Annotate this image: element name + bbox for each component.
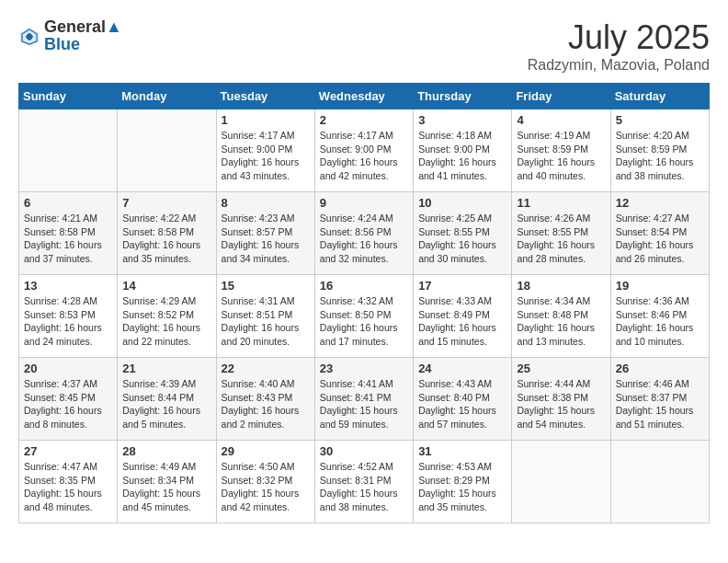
calendar-cell: 16Sunrise: 4:32 AM Sunset: 8:50 PM Dayli…: [314, 275, 413, 358]
calendar-cell: 29Sunrise: 4:50 AM Sunset: 8:32 PM Dayli…: [216, 441, 314, 523]
day-info: Sunrise: 4:36 AM Sunset: 8:46 PM Dayligh…: [616, 294, 704, 349]
month-year: July 2025: [528, 18, 710, 57]
day-number: 2: [320, 113, 408, 127]
day-number: 26: [616, 362, 704, 375]
calendar-cell: 18Sunrise: 4:34 AM Sunset: 8:48 PM Dayli…: [512, 275, 610, 358]
calendar-cell: [118, 109, 216, 192]
calendar-week-2: 6Sunrise: 4:21 AM Sunset: 8:58 PM Daylig…: [19, 192, 710, 275]
day-number: 18: [517, 279, 605, 293]
calendar-cell: 27Sunrise: 4:47 AM Sunset: 8:35 PM Dayli…: [19, 441, 118, 523]
day-number: 24: [418, 362, 506, 375]
calendar-cell: [610, 441, 709, 523]
calendar-cell: 22Sunrise: 4:40 AM Sunset: 8:43 PM Dayli…: [216, 358, 314, 441]
calendar-cell: 4Sunrise: 4:19 AM Sunset: 8:59 PM Daylig…: [512, 109, 610, 192]
day-number: 9: [320, 196, 408, 210]
logo: General▲ Blue: [18, 18, 122, 54]
page-header: General▲ Blue July 2025 Radzymin, Mazovi…: [18, 18, 710, 74]
header-wednesday: Wednesday: [314, 84, 413, 109]
calendar-cell: 9Sunrise: 4:24 AM Sunset: 8:56 PM Daylig…: [314, 192, 413, 275]
calendar-table: SundayMondayTuesdayWednesdayThursdayFrid…: [18, 83, 710, 523]
calendar-cell: 15Sunrise: 4:31 AM Sunset: 8:51 PM Dayli…: [216, 275, 314, 358]
day-info: Sunrise: 4:33 AM Sunset: 8:49 PM Dayligh…: [418, 294, 506, 349]
day-info: Sunrise: 4:47 AM Sunset: 8:35 PM Dayligh…: [24, 460, 112, 514]
calendar-cell: 8Sunrise: 4:23 AM Sunset: 8:57 PM Daylig…: [216, 192, 314, 275]
day-number: 21: [122, 362, 210, 375]
day-number: 27: [24, 444, 112, 458]
day-info: Sunrise: 4:26 AM Sunset: 8:55 PM Dayligh…: [517, 212, 605, 266]
day-number: 25: [517, 362, 605, 375]
day-number: 23: [320, 362, 408, 375]
location: Radzymin, Mazovia, Poland: [528, 57, 710, 74]
calendar-week-4: 20Sunrise: 4:37 AM Sunset: 8:45 PM Dayli…: [19, 358, 710, 441]
day-info: Sunrise: 4:29 AM Sunset: 8:52 PM Dayligh…: [122, 294, 210, 349]
day-number: 22: [222, 362, 310, 375]
day-number: 10: [418, 196, 506, 210]
calendar-cell: 1Sunrise: 4:17 AM Sunset: 9:00 PM Daylig…: [216, 109, 314, 192]
day-info: Sunrise: 4:22 AM Sunset: 8:58 PM Dayligh…: [122, 212, 210, 266]
day-info: Sunrise: 4:21 AM Sunset: 8:58 PM Dayligh…: [24, 212, 112, 266]
header-sunday: Sunday: [19, 84, 118, 109]
day-number: 16: [320, 279, 408, 293]
calendar-cell: 3Sunrise: 4:18 AM Sunset: 9:00 PM Daylig…: [414, 109, 512, 192]
logo-text: General▲ Blue: [44, 18, 122, 54]
header-friday: Friday: [512, 84, 610, 109]
day-number: 11: [517, 196, 605, 210]
calendar-cell: 20Sunrise: 4:37 AM Sunset: 8:45 PM Dayli…: [19, 358, 118, 441]
day-number: 29: [222, 444, 310, 458]
calendar-cell: 14Sunrise: 4:29 AM Sunset: 8:52 PM Dayli…: [118, 275, 216, 358]
calendar-header-row: SundayMondayTuesdayWednesdayThursdayFrid…: [19, 84, 710, 109]
day-info: Sunrise: 4:17 AM Sunset: 9:00 PM Dayligh…: [222, 129, 310, 183]
calendar-cell: 28Sunrise: 4:49 AM Sunset: 8:34 PM Dayli…: [118, 441, 216, 523]
calendar-cell: 25Sunrise: 4:44 AM Sunset: 8:38 PM Dayli…: [512, 358, 610, 441]
calendar-cell: 21Sunrise: 4:39 AM Sunset: 8:44 PM Dayli…: [118, 358, 216, 441]
day-info: Sunrise: 4:44 AM Sunset: 8:38 PM Dayligh…: [517, 377, 605, 431]
day-info: Sunrise: 4:34 AM Sunset: 8:48 PM Dayligh…: [517, 294, 605, 349]
calendar-cell: 12Sunrise: 4:27 AM Sunset: 8:54 PM Dayli…: [610, 192, 709, 275]
header-thursday: Thursday: [414, 84, 512, 109]
day-info: Sunrise: 4:19 AM Sunset: 8:59 PM Dayligh…: [517, 129, 605, 183]
day-number: 4: [517, 113, 605, 127]
calendar-cell: 23Sunrise: 4:41 AM Sunset: 8:41 PM Dayli…: [314, 358, 413, 441]
calendar-cell: 11Sunrise: 4:26 AM Sunset: 8:55 PM Dayli…: [512, 192, 610, 275]
calendar-cell: 26Sunrise: 4:46 AM Sunset: 8:37 PM Dayli…: [610, 358, 709, 441]
day-info: Sunrise: 4:24 AM Sunset: 8:56 PM Dayligh…: [320, 212, 408, 266]
day-info: Sunrise: 4:43 AM Sunset: 8:40 PM Dayligh…: [418, 377, 506, 431]
day-info: Sunrise: 4:28 AM Sunset: 8:53 PM Dayligh…: [24, 294, 112, 349]
calendar-week-3: 13Sunrise: 4:28 AM Sunset: 8:53 PM Dayli…: [19, 275, 710, 358]
day-number: 7: [122, 196, 210, 210]
day-info: Sunrise: 4:37 AM Sunset: 8:45 PM Dayligh…: [24, 377, 112, 431]
calendar-cell: [512, 441, 610, 523]
day-number: 3: [418, 113, 506, 127]
day-number: 12: [616, 196, 704, 210]
calendar-week-1: 1Sunrise: 4:17 AM Sunset: 9:00 PM Daylig…: [19, 109, 710, 192]
day-info: Sunrise: 4:18 AM Sunset: 9:00 PM Dayligh…: [418, 129, 506, 183]
day-info: Sunrise: 4:17 AM Sunset: 9:00 PM Dayligh…: [320, 129, 408, 183]
logo-blue: Blue: [44, 35, 80, 53]
logo-general: General: [44, 17, 106, 36]
header-saturday: Saturday: [610, 84, 709, 109]
logo-icon: [18, 26, 40, 48]
day-number: 13: [24, 279, 112, 293]
calendar-cell: 7Sunrise: 4:22 AM Sunset: 8:58 PM Daylig…: [118, 192, 216, 275]
calendar-cell: 31Sunrise: 4:53 AM Sunset: 8:29 PM Dayli…: [414, 441, 512, 523]
day-info: Sunrise: 4:27 AM Sunset: 8:54 PM Dayligh…: [616, 212, 704, 266]
day-number: 28: [122, 444, 210, 458]
day-info: Sunrise: 4:52 AM Sunset: 8:31 PM Dayligh…: [320, 460, 408, 514]
day-number: 5: [616, 113, 704, 127]
day-number: 6: [24, 196, 112, 210]
day-number: 17: [418, 279, 506, 293]
day-info: Sunrise: 4:41 AM Sunset: 8:41 PM Dayligh…: [320, 377, 408, 431]
calendar-cell: 24Sunrise: 4:43 AM Sunset: 8:40 PM Dayli…: [414, 358, 512, 441]
day-info: Sunrise: 4:31 AM Sunset: 8:51 PM Dayligh…: [222, 294, 310, 349]
calendar-cell: 17Sunrise: 4:33 AM Sunset: 8:49 PM Dayli…: [414, 275, 512, 358]
day-info: Sunrise: 4:32 AM Sunset: 8:50 PM Dayligh…: [320, 294, 408, 349]
calendar-cell: 2Sunrise: 4:17 AM Sunset: 9:00 PM Daylig…: [314, 109, 413, 192]
day-number: 31: [418, 444, 506, 458]
calendar-cell: 30Sunrise: 4:52 AM Sunset: 8:31 PM Dayli…: [314, 441, 413, 523]
day-info: Sunrise: 4:46 AM Sunset: 8:37 PM Dayligh…: [616, 377, 704, 431]
day-number: 30: [320, 444, 408, 458]
day-info: Sunrise: 4:39 AM Sunset: 8:44 PM Dayligh…: [122, 377, 210, 431]
day-number: 19: [616, 279, 704, 293]
header-monday: Monday: [118, 84, 216, 109]
title-block: July 2025 Radzymin, Mazovia, Poland: [528, 18, 710, 74]
